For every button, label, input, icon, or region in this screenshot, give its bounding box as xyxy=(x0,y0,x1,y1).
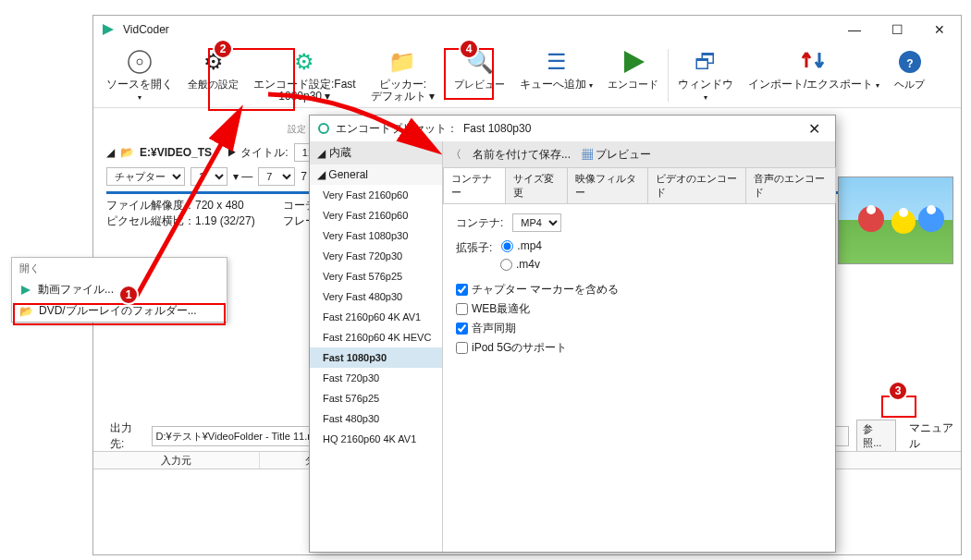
ribbon-window[interactable]: 🗗 ウィンドウ▾ xyxy=(670,45,741,105)
preset-item[interactable]: Fast 720p30 xyxy=(310,368,442,388)
app-title: VidCoder xyxy=(123,23,833,36)
ribbon-encode-settings[interactable]: ⚙ エンコード設定:Fast1080p30 ▾ xyxy=(246,45,363,105)
title-label: ▶ タイトル: xyxy=(227,145,289,161)
popup-titlebar: エンコードプリセット：Fast 1080p30 ✕ xyxy=(310,116,835,141)
preset-group-general[interactable]: ◢ General xyxy=(310,164,442,185)
popup-tab[interactable]: 音声のエンコード xyxy=(745,167,836,203)
save-as-button[interactable]: 名前を付けて保存... xyxy=(473,147,571,163)
container-select[interactable]: MP4 xyxy=(512,213,561,232)
manual-label: マニュアル xyxy=(909,420,961,452)
play-icon xyxy=(619,47,648,77)
close-button[interactable]: ✕ xyxy=(918,16,961,43)
preset-item[interactable]: Fast 2160p60 4K HEVC xyxy=(310,327,442,347)
step-badge-1: 1 xyxy=(118,285,139,305)
back-button[interactable]: 〈 xyxy=(450,147,461,163)
ribbon-queue[interactable]: ☰ キューへ追加 ▾ xyxy=(512,45,600,105)
ribbon-help[interactable]: ? ヘルプ xyxy=(887,45,932,105)
maximize-button[interactable]: ☐ xyxy=(876,16,918,43)
browse-button[interactable]: 参照... xyxy=(856,420,896,453)
chapter-from-select[interactable]: 1 xyxy=(191,167,227,186)
preset-list: Very Fast 2160p60Very Fast 2160p60Very F… xyxy=(310,185,442,449)
preset-item[interactable]: Very Fast 480p30 xyxy=(310,286,442,307)
chapter-markers-checkbox[interactable]: チャプター マーカーを含める xyxy=(456,282,822,298)
ext-mp4-radio[interactable]: .mp4 xyxy=(501,239,542,252)
ipod-support-checkbox[interactable]: iPod 5Gのサポート xyxy=(456,340,822,356)
folder-icon: 📂 xyxy=(120,146,134,159)
preset-category-builtin[interactable]: ◢ 内蔵 xyxy=(310,141,442,164)
svg-point-1 xyxy=(129,51,151,73)
ribbon-picker[interactable]: 📁 ピッカー:デフォルト ▾ xyxy=(363,45,442,105)
encode-gear-icon: ⚙ xyxy=(289,47,319,77)
resolution-label: ファイル解像度： xyxy=(106,199,195,212)
ribbon-encode[interactable]: エンコード xyxy=(600,45,666,105)
help-icon: ? xyxy=(895,47,925,77)
svg-point-10 xyxy=(899,208,908,217)
preset-item[interactable]: Fast 2160p60 4K AV1 xyxy=(310,307,442,327)
folder-icon: 📂 xyxy=(19,305,33,318)
preset-sidebar: ◢ 内蔵 ◢ General Very Fast 2160p60Very Fas… xyxy=(310,141,443,552)
ribbon-section-label: 設定 xyxy=(288,123,306,136)
ribbon-preview[interactable]: 🔍 プレビュー xyxy=(447,45,512,105)
import-export-icon xyxy=(799,47,829,77)
ribbon-import-export[interactable]: インポート/エクスポート ▾ xyxy=(741,45,887,105)
popup-close-button[interactable]: ✕ xyxy=(801,120,828,138)
popup-tab[interactable]: コンテナー xyxy=(443,167,506,203)
queue-icon: ☰ xyxy=(542,47,572,77)
disc-icon xyxy=(125,47,154,77)
svg-marker-12 xyxy=(21,286,31,295)
preview-button[interactable]: ▦ プレビュー xyxy=(582,147,651,163)
app-icon xyxy=(101,22,116,37)
svg-marker-0 xyxy=(103,24,114,35)
step-badge-2: 2 xyxy=(213,39,233,59)
svg-point-11 xyxy=(927,205,936,214)
ribbon-open-source[interactable]: ソースを開く▾ xyxy=(99,45,180,105)
container-tab-content: コンテナ: MP4 拡張子: .mp4 .m4v チャプター マーカーを含める … xyxy=(443,204,835,369)
popup-tab[interactable]: サイズ変更 xyxy=(505,167,568,203)
expand-toggle[interactable]: ◢ xyxy=(106,146,115,159)
output-label: 出力先: xyxy=(110,420,144,452)
open-menu-header: 開く xyxy=(12,258,227,279)
ext-m4v-radio[interactable]: .m4v xyxy=(500,258,540,271)
popup-toolbar: 〈 名前を付けて保存... ▦ プレビュー xyxy=(443,141,835,167)
play-file-icon xyxy=(19,284,32,297)
preset-item[interactable]: Very Fast 720p30 xyxy=(310,246,442,266)
preset-item[interactable]: Very Fast 576p25 xyxy=(310,266,442,286)
popup-tab[interactable]: 映像フィルター xyxy=(567,167,648,203)
svg-text:?: ? xyxy=(906,57,913,70)
chapter-mode-select[interactable]: チャプター xyxy=(106,167,185,186)
popup-tabs: コンテナーサイズ変更映像フィルタービデオのエンコード音声のエンコード xyxy=(443,167,835,204)
popup-tab[interactable]: ビデオのエンコード xyxy=(647,167,747,203)
svg-point-9 xyxy=(867,205,876,214)
step-badge-3: 3 xyxy=(888,381,908,401)
source-path: E:¥VIDEO_TS xyxy=(140,146,212,159)
ribbon-global-settings[interactable]: ⚙ 全般の設定 xyxy=(180,45,246,105)
svg-point-13 xyxy=(319,124,328,133)
encode-preset-popup: エンコードプリセット：Fast 1080p30 ✕ ◢ 内蔵 ◢ General… xyxy=(309,115,836,553)
preview-thumbnail[interactable] xyxy=(838,177,953,264)
folder-icon: 📁 xyxy=(387,47,417,77)
audio-sync-checkbox[interactable]: 音声同期 xyxy=(456,321,822,336)
step-badge-4: 4 xyxy=(459,39,479,59)
preset-item[interactable]: Very Fast 2160p60 xyxy=(310,185,442,205)
minimize-button[interactable]: — xyxy=(833,16,876,43)
pixel-aspect-label: ピクセル縦横比： xyxy=(106,214,195,227)
preset-item[interactable]: Fast 1080p30 xyxy=(310,347,442,368)
preset-item[interactable]: Very Fast 1080p30 xyxy=(310,225,442,246)
container-label: コンテナ: xyxy=(456,215,503,231)
web-optimize-checkbox[interactable]: WEB最適化 xyxy=(456,301,822,317)
preset-item[interactable]: HQ 2160p60 4K AV1 xyxy=(310,429,442,449)
open-dvd-folder[interactable]: 📂 DVD/ブルーレイのフォルダー... xyxy=(12,300,227,322)
svg-point-2 xyxy=(137,59,142,65)
col-source[interactable]: 入力元 xyxy=(93,452,260,469)
window-icon: 🗗 xyxy=(691,47,720,77)
extension-label: 拡張子: xyxy=(456,240,492,256)
chapter-to-select[interactable]: 7 xyxy=(258,167,295,186)
preset-item[interactable]: Very Fast 2160p60 xyxy=(310,205,442,225)
preset-item[interactable]: Fast 576p25 xyxy=(310,388,442,408)
encode-gear-icon xyxy=(317,122,330,135)
preset-item[interactable]: Fast 480p30 xyxy=(310,408,442,429)
svg-marker-3 xyxy=(624,51,645,73)
